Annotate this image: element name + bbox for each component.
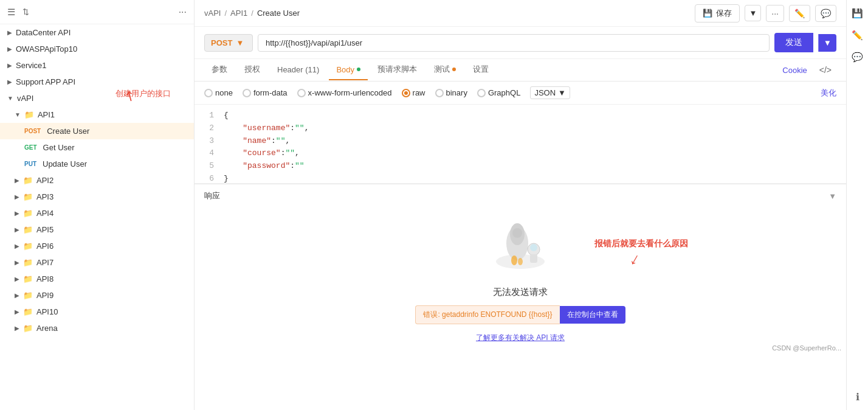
method-get-badge: GET bbox=[22, 144, 40, 151]
code-line-6: 6 } bbox=[204, 173, 836, 184]
right-sidebar-icon-info[interactable]: ℹ bbox=[849, 388, 866, 405]
sidebar-header-icons: ☰ ⇅ bbox=[7, 7, 29, 18]
chevron-down-icon: ▼ bbox=[7, 95, 13, 102]
rocket-illustration bbox=[484, 216, 557, 277]
send-dropdown-button[interactable]: ▼ bbox=[818, 34, 836, 52]
breadcrumb-current: Create User bbox=[257, 9, 300, 18]
svg-rect-6 bbox=[530, 254, 537, 263]
radio-raw[interactable]: raw bbox=[402, 88, 425, 97]
code-line-3: 3 "name" : "" , bbox=[204, 135, 836, 148]
cookie-button[interactable]: Cookie bbox=[777, 63, 811, 77]
chevron-right-icon: ▶ bbox=[7, 62, 12, 69]
breadcrumb-vapi[interactable]: vAPI bbox=[204, 9, 221, 18]
radio-graphql[interactable]: GraphQL bbox=[477, 88, 520, 97]
sidebar-item-api6[interactable]: ▶ 📁 API6 bbox=[0, 238, 194, 254]
code-icon[interactable]: </> bbox=[815, 63, 836, 77]
topbar-actions: 💾 保存 ▼ ··· ✏️ 💬 bbox=[695, 4, 836, 23]
chevron-right-icon: ▶ bbox=[7, 78, 12, 85]
radio-binary[interactable]: binary bbox=[435, 88, 467, 97]
response-collapse-icon[interactable]: ▼ bbox=[828, 192, 836, 201]
method-dropdown-icon: ▼ bbox=[236, 38, 244, 47]
json-format-select[interactable]: JSON ▼ bbox=[530, 86, 570, 99]
radio-form-data[interactable]: form-data bbox=[243, 88, 288, 97]
chevron-right-icon: ▶ bbox=[15, 325, 19, 332]
tab-tests[interactable]: 测试 bbox=[427, 59, 463, 81]
folder-icon: 📁 bbox=[23, 274, 33, 283]
more-options-icon[interactable]: ··· bbox=[179, 7, 187, 18]
chevron-down-icon: ▼ bbox=[15, 111, 21, 118]
method-put-badge: PUT bbox=[22, 160, 39, 168]
svg-point-7 bbox=[511, 255, 517, 265]
body-options-bar: none form-data x-www-form-urlencoded raw… bbox=[195, 82, 846, 105]
radio-dot-raw bbox=[402, 89, 410, 97]
radio-dot-graphql bbox=[477, 89, 486, 97]
folder-icon: 📁 bbox=[23, 324, 33, 333]
watermark: CSDN @SuperherRo... bbox=[772, 344, 841, 352]
sidebar-item-api2[interactable]: ▶ 📁 API2 bbox=[0, 172, 194, 189]
breadcrumb-api1[interactable]: API1 bbox=[230, 9, 247, 18]
chevron-right-icon: ▶ bbox=[15, 292, 19, 299]
url-input[interactable] bbox=[258, 34, 770, 52]
comment-button[interactable]: 💬 bbox=[815, 5, 836, 22]
folder-icon: 📁 bbox=[23, 209, 33, 218]
learn-more-link[interactable]: 了解更多有关解决 API 请求 bbox=[476, 333, 565, 343]
folder-icon: 📁 bbox=[23, 307, 33, 316]
method-post-badge: POST bbox=[22, 127, 43, 135]
sidebar-item-api9[interactable]: ▶ 📁 API9 bbox=[0, 287, 194, 304]
beautify-button[interactable]: 美化 bbox=[821, 88, 836, 99]
radio-x-www-form-urlencoded[interactable]: x-www-form-urlencoded bbox=[297, 88, 392, 97]
right-sidebar-icon-comment[interactable]: 💬 bbox=[849, 49, 866, 66]
sidebar-item-owaspapiTop10[interactable]: ▶ OWASPApiTop10 bbox=[0, 41, 194, 57]
sidebar-item-create-user[interactable]: POST Create User bbox=[0, 123, 194, 139]
create-user-annotation: 创建用户的接口 ↙ bbox=[115, 88, 171, 113]
chevron-right-icon: ▶ bbox=[15, 210, 19, 217]
sidebar-item-service1[interactable]: ▶ Service1 bbox=[0, 57, 194, 74]
sidebar-item-api7[interactable]: ▶ 📁 API7 bbox=[0, 254, 194, 271]
console-button[interactable]: 在控制台中查看 bbox=[560, 306, 625, 324]
right-sidebar-icon-save[interactable]: 💾 bbox=[849, 5, 866, 22]
edit-button[interactable]: ✏️ bbox=[789, 5, 810, 22]
tab-params[interactable]: 参数 bbox=[204, 59, 235, 81]
sidebar-item-api3[interactable]: ▶ 📁 API3 bbox=[0, 189, 194, 205]
breadcrumb: vAPI / API1 / Create User bbox=[204, 9, 300, 18]
sidebar-item-arena[interactable]: ▶ 📁 Arena bbox=[0, 320, 194, 336]
save-icon: 💾 bbox=[703, 9, 712, 18]
sidebar-item-api8[interactable]: ▶ 📁 API8 bbox=[0, 271, 194, 287]
response-title: 响应 bbox=[204, 190, 220, 201]
sidebar: ☰ ⇅ ··· ▶ DataCenter API ▶ OWASPApiTop10… bbox=[0, 0, 195, 410]
sidebar-item-datacenter-api[interactable]: ▶ DataCenter API bbox=[0, 24, 194, 41]
radio-none[interactable]: none bbox=[204, 88, 233, 97]
sidebar-item-api5[interactable]: ▶ 📁 API5 bbox=[0, 221, 194, 238]
code-line-5: 5 "password" : "" bbox=[204, 160, 836, 173]
tab-body[interactable]: Body bbox=[329, 60, 368, 80]
method-select[interactable]: POST ▼ bbox=[204, 34, 253, 52]
sidebar-item-api10[interactable]: ▶ 📁 API10 bbox=[0, 304, 194, 320]
sidebar-item-support-app-api[interactable]: ▶ Support APP API bbox=[0, 74, 194, 90]
list-icon[interactable]: ☰ bbox=[7, 7, 15, 18]
svg-point-8 bbox=[518, 258, 523, 265]
right-sidebar-icon-edit[interactable]: ✏️ bbox=[849, 27, 866, 44]
sidebar-item-update-user[interactable]: PUT Update User bbox=[0, 156, 194, 172]
more-options-button[interactable]: ··· bbox=[766, 5, 784, 22]
tab-prerequest[interactable]: 预请求脚本 bbox=[370, 59, 424, 81]
chevron-right-icon: ▶ bbox=[7, 29, 12, 36]
sidebar-item-api4[interactable]: ▶ 📁 API4 bbox=[0, 205, 194, 221]
code-editor[interactable]: 1 { 2 "username" : "" , 3 "name" : "" , … bbox=[195, 105, 846, 184]
tab-auth[interactable]: 授权 bbox=[237, 59, 267, 81]
tab-settings[interactable]: 设置 bbox=[466, 59, 496, 81]
radio-dot-binary bbox=[435, 89, 444, 97]
tests-active-dot bbox=[452, 68, 456, 71]
folder-icon: 📁 bbox=[23, 291, 33, 300]
chevron-right-icon: ▶ bbox=[15, 308, 19, 315]
response-section: 响应 ▼ 无法发送请求 错误: getaddrinfo ENO bbox=[195, 184, 846, 354]
tab-header[interactable]: Header (11) bbox=[270, 60, 326, 80]
chevron-right-icon: ▶ bbox=[15, 177, 19, 184]
send-button[interactable]: 发送 bbox=[774, 33, 813, 52]
sidebar-header: ☰ ⇅ ··· bbox=[0, 0, 194, 24]
filter-icon[interactable]: ⇅ bbox=[22, 7, 29, 16]
sidebar-item-get-user[interactable]: GET Get User bbox=[0, 139, 194, 156]
error-title: 无法发送请求 bbox=[493, 287, 548, 298]
breadcrumb-sep2: / bbox=[251, 9, 253, 18]
save-button[interactable]: 💾 保存 bbox=[695, 4, 740, 23]
save-dropdown-button[interactable]: ▼ bbox=[745, 5, 761, 21]
